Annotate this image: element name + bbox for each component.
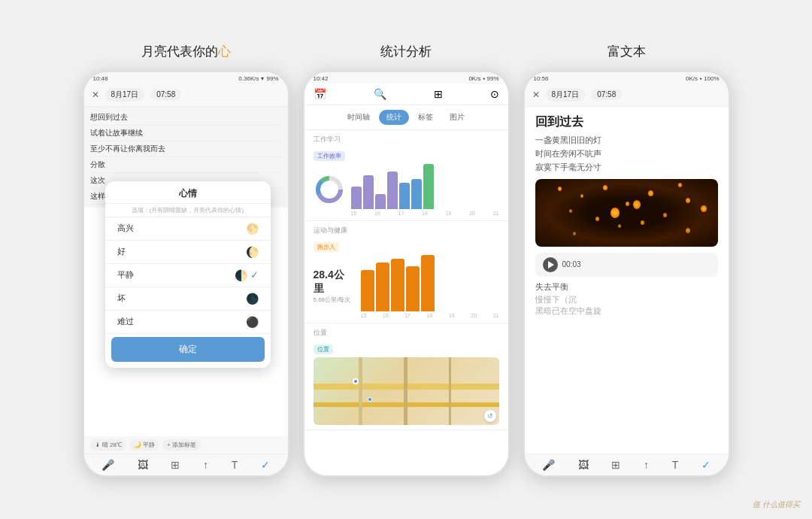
hbar-2 [376, 263, 389, 311]
calendar-icon-2[interactable]: 📅 [314, 88, 326, 100]
road-v1 [359, 357, 362, 425]
lantern-main2 [633, 200, 641, 209]
lantern-image [535, 179, 718, 247]
header-time-1: 07:58 [150, 89, 181, 100]
status-right-1: 0.36K/s ▾ 99% [238, 75, 278, 82]
bar-7 [423, 164, 434, 209]
status-right-2: 0K/s ▪ 99% [468, 75, 498, 82]
lantern-2 [580, 194, 583, 198]
done-icon-3[interactable]: ✓ [701, 459, 710, 471]
health-chart-row: 28.4公里 5.68公里/每次 15161718192021 [314, 255, 499, 318]
tab-tags[interactable]: 标签 [411, 110, 441, 125]
map-view: ↺ [314, 357, 499, 425]
mic-icon[interactable]: 🎤 [102, 459, 114, 471]
entry-1: 试着让故事继续 [90, 126, 282, 141]
stats-section: 统计分析 10:42 0K/s ▪ 99% 📅 🔍 ⊞ ⊙ 时间轴 统计 标签 … [303, 43, 510, 477]
close-icon-1[interactable]: ✕ [92, 90, 99, 100]
header-date-3: 8月17日 [546, 88, 586, 102]
lantern-10 [618, 224, 621, 228]
status-time-1: 10:48 [93, 75, 108, 82]
work-axis: 15161718192021 [351, 211, 499, 216]
p2-topbar: 📅 🔍 ⊞ ⊙ [304, 83, 508, 105]
mic-icon-3[interactable]: 🎤 [542, 459, 555, 471]
distance-sub: 5.68公里/每次 [314, 296, 355, 304]
donut-chart [314, 174, 345, 205]
entry-title: 回到过去 [535, 114, 718, 130]
settings-icon-2[interactable]: ⊙ [490, 88, 499, 100]
watermark: 值 什么值得买 [753, 499, 800, 510]
grid-icon-3[interactable]: ⊞ [611, 459, 620, 471]
mood-calm[interactable]: 平静 🌓 ✓ [105, 264, 271, 287]
hbar-1 [361, 270, 374, 311]
add-label-tag[interactable]: + 添加标签 [162, 439, 201, 451]
p1-toolbar: 🎤 🖼 ⊞ ↑ T ✓ [84, 454, 288, 475]
lantern-main [611, 208, 620, 218]
map-title: 位置 [314, 328, 499, 338]
work-label: 工作效率 [314, 151, 345, 161]
location-dot [353, 378, 359, 384]
moon-half-icon: 🌓 [235, 269, 247, 281]
health-section: 运动与健康 跑步入 28.4公里 5.68公里/每次 [304, 221, 508, 323]
close-icon-3[interactable]: ✕ [532, 90, 540, 100]
richtext-title: 富文本 [607, 43, 646, 60]
refresh-icon[interactable]: ↺ [484, 410, 496, 422]
health-axis: 15161718192021 [361, 313, 499, 318]
work-bars: 15161718192021 [351, 164, 499, 216]
tab-photos[interactable]: 图片 [442, 110, 472, 125]
mood-good[interactable]: 好 🌔 [105, 241, 271, 264]
image-icon[interactable]: 🖼 [138, 459, 148, 471]
lantern-4 [626, 202, 629, 206]
done-icon[interactable]: ✓ [261, 459, 270, 471]
extra-line-2: 黑暗已在空中盘旋 [535, 305, 718, 317]
location-dot-2 [368, 397, 372, 402]
battery-icon-3: ▪ 100% [700, 75, 720, 82]
signal-1: 0.36K/s [238, 75, 259, 82]
road-v2 [404, 357, 408, 425]
battery-1: 99% [266, 75, 278, 82]
status-bar-2: 10:42 0K/s ▪ 99% [304, 72, 508, 83]
text-icon[interactable]: T [232, 459, 238, 471]
p2-tabs: 时间轴 统计 标签 图片 [304, 105, 508, 130]
battery-icon-2: ▪ 99% [483, 75, 498, 82]
search-icon-2[interactable]: 🔍 [374, 88, 386, 100]
status-right-3: 0K/s ▪ 100% [686, 75, 720, 82]
weather-tag: 🌡 晴 28℃ [90, 439, 126, 451]
popup-title: 心情 [105, 181, 271, 204]
bar-4 [387, 171, 398, 209]
mood-sad[interactable]: 难过 ⚫ [105, 311, 271, 334]
audio-player[interactable]: 00:03 [535, 253, 718, 277]
entry-2: 至少不再让你离我而去 [90, 141, 282, 157]
lantern-11 [701, 205, 707, 212]
lantern-14 [686, 228, 690, 233]
map-section: 位置 位置 ↺ [304, 323, 508, 430]
play-button[interactable] [543, 257, 558, 272]
work-title: 工作学习 [314, 135, 499, 144]
text-icon-3[interactable]: T [672, 459, 679, 471]
status-time-3: 10:56 [534, 75, 549, 82]
confirm-button[interactable]: 确定 [111, 337, 265, 362]
mood-section: 月亮代表你的心 10:48 0.36K/s ▾ 99% ✕ 8月17日 07:5… [83, 43, 289, 477]
filter-icon-2[interactable]: ⊞ [434, 88, 443, 100]
signal-3: 0K/s [686, 75, 698, 82]
status-bar-1: 10:48 0.36K/s ▾ 99% [84, 72, 288, 83]
mood-bad[interactable]: 坏 🌑 [105, 287, 271, 311]
lantern-12 [641, 220, 644, 225]
line-2: 寂寞下手毫无分寸 [535, 162, 718, 173]
grid-icon[interactable]: ⊞ [171, 459, 180, 471]
extra-line-1: 慢慢下（沉 [535, 294, 718, 305]
mood-popup: 心情 选项：(月有阴晴圆缺，月亮代表你的心情) 高兴 🌕 好 🌔 平静 🌓 ✓ … [105, 181, 271, 368]
mood-happy[interactable]: 高兴 🌕 [105, 217, 271, 241]
upload-icon-3[interactable]: ↑ [644, 459, 649, 471]
tab-stats[interactable]: 统计 [379, 110, 409, 125]
tab-timeline[interactable]: 时间轴 [340, 110, 377, 125]
moon-full-icon: 🌕 [246, 223, 259, 235]
p1-bottom: 🌡 晴 28℃ 🌙 平静 + 添加标签 🎤 🖼 ⊞ ↑ T ✓ [84, 436, 288, 475]
upload-icon[interactable]: ↑ [203, 459, 208, 471]
image-icon-3[interactable]: 🖼 [578, 459, 589, 471]
lantern-15 [678, 183, 682, 187]
road-v3 [449, 357, 451, 425]
stats-title: 统计分析 [380, 43, 432, 60]
bar-3 [375, 194, 386, 209]
lantern-7 [595, 217, 599, 221]
bar-5 [399, 183, 410, 209]
